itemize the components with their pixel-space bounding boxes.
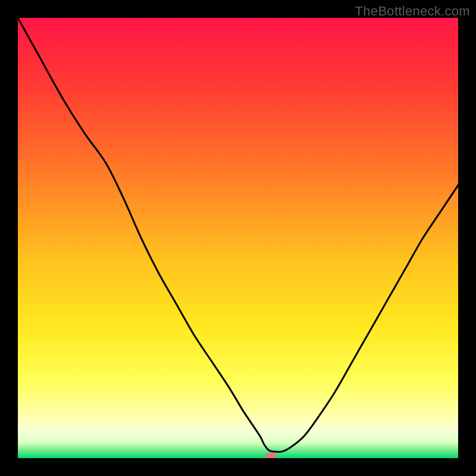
gradient-background — [18, 18, 458, 458]
chart-frame: TheBottleneck.com — [0, 0, 476, 476]
optimal-point-marker — [266, 453, 277, 458]
bottleneck-chart — [18, 18, 458, 458]
watermark-text: TheBottleneck.com — [355, 4, 470, 19]
